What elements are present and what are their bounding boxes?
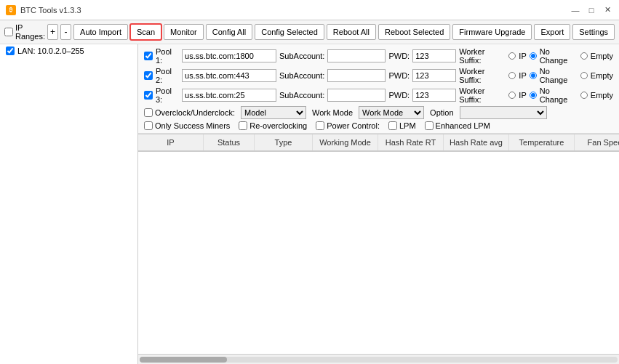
add-ip-range-button[interactable]: + — [47, 24, 58, 40]
lpm-label[interactable]: LPM — [388, 121, 416, 130]
table-body — [138, 152, 619, 354]
settings-button[interactable]: Settings — [572, 24, 615, 40]
model-select[interactable]: Model — [241, 106, 306, 119]
maximize-button[interactable]: □ — [586, 4, 597, 16]
pool3-pwd-input[interactable] — [412, 89, 456, 102]
only-success-miners-label[interactable]: Only Success Miners — [144, 121, 230, 130]
pool1-empty-label: Empty — [591, 52, 613, 60]
pool2-checkbox[interactable] — [144, 71, 153, 80]
pool1-pwd-input[interactable] — [412, 49, 456, 62]
pool3-ip-radio[interactable] — [508, 92, 516, 99]
config-all-button[interactable]: Config All — [206, 24, 252, 40]
pool3-worker-suffix-label: Worker Suffix: — [459, 86, 506, 104]
pool2-subaccount-label: SubAccount: — [279, 71, 324, 80]
pool3-ip-label: IP — [519, 91, 526, 100]
pool3-pwd-label: PWD: — [388, 91, 410, 100]
app-icon: ₿ — [6, 5, 16, 15]
ip-ranges-label: IP Ranges: — [15, 23, 45, 41]
right-panel: Pool 1: SubAccount: PWD: Worker Suffix: … — [138, 44, 619, 364]
options-row-1: Overclock/Underclock: Model Work Mode Wo… — [144, 106, 613, 119]
pool-row-2: Pool 2: SubAccount: PWD: Worker Suffix: … — [144, 67, 613, 84]
pool1-ip-label: IP — [519, 52, 526, 60]
overclock-checkbox[interactable] — [144, 108, 153, 117]
pool3-checkbox[interactable] — [144, 91, 153, 100]
pool2-ip-radio[interactable] — [508, 72, 516, 79]
pool3-subaccount-input[interactable] — [327, 89, 386, 102]
pool1-checkbox[interactable] — [144, 52, 153, 60]
options-row-2: Only Success Miners Re-overclocking Powe… — [144, 121, 613, 130]
enhanced-lpm-checkbox[interactable] — [425, 121, 434, 130]
auto-import-button[interactable]: Auto Import — [73, 24, 128, 40]
horizontal-scrollbar[interactable] — [138, 354, 619, 364]
col-header-ip: IP — [138, 134, 204, 150]
main-content: LAN: 10.0.2.0–255 Pool 1: SubAccount: PW… — [0, 44, 619, 364]
pool2-empty-radio[interactable] — [580, 72, 588, 79]
pool1-nochange-radio[interactable] — [530, 52, 537, 60]
lpm-checkbox[interactable] — [388, 121, 397, 130]
pool1-pwd-label: PWD: — [388, 52, 410, 60]
reboot-selected-button[interactable]: Reboot Selected — [378, 24, 450, 40]
re-overclocking-label[interactable]: Re-overclocking — [239, 121, 307, 130]
scrollbar-track[interactable] — [140, 357, 618, 363]
enhanced-lpm-label[interactable]: Enhanced LPM — [425, 121, 490, 130]
remove-ip-range-button[interactable]: - — [60, 24, 71, 40]
main-toolbar: IP Ranges: + - Auto Import Scan Monitor … — [0, 20, 619, 44]
lan-checkbox[interactable] — [6, 46, 15, 55]
pool2-worker-suffix-label: Worker Suffix: — [459, 67, 506, 84]
monitor-button[interactable]: Monitor — [164, 24, 204, 40]
pool1-url-input[interactable] — [182, 49, 276, 62]
pool2-nochange-radio[interactable] — [530, 72, 537, 79]
pool1-empty-radio[interactable] — [580, 52, 588, 60]
pool3-url-input[interactable] — [182, 89, 276, 102]
col-header-temp: Temperature — [509, 134, 575, 150]
pool2-url-input[interactable] — [182, 69, 276, 82]
pool1-worker-suffix-label: Worker Suffix: — [459, 47, 506, 65]
scan-button[interactable]: Scan — [130, 24, 161, 40]
work-mode-label: Work Mode — [312, 108, 353, 117]
option-label: Option — [430, 108, 453, 117]
overclock-label: Overclock/Underclock: — [155, 108, 235, 117]
pool2-pwd-input[interactable] — [412, 69, 456, 82]
close-button[interactable]: ✕ — [602, 4, 613, 16]
col-header-hashrt: Hash Rate RT — [378, 134, 444, 150]
table-header: IP Status Type Working Mode Hash Rate RT… — [138, 134, 619, 152]
pool-row-1: Pool 1: SubAccount: PWD: Worker Suffix: … — [144, 47, 613, 65]
pool2-pwd-label: PWD: — [388, 71, 410, 80]
only-success-miners-checkbox[interactable] — [144, 121, 153, 130]
pool3-label: Pool 3: — [156, 86, 179, 104]
power-control-checkbox[interactable] — [316, 121, 324, 130]
config-selected-button[interactable]: Config Selected — [255, 24, 324, 40]
option-select[interactable] — [460, 106, 547, 119]
ip-ranges-checkbox-label[interactable]: IP Ranges: — [4, 23, 45, 41]
config-section: Pool 1: SubAccount: PWD: Worker Suffix: … — [138, 44, 619, 134]
pool-row-3: Pool 3: SubAccount: PWD: Worker Suffix: … — [144, 86, 613, 104]
pool2-empty-label: Empty — [591, 71, 613, 80]
re-overclocking-checkbox[interactable] — [239, 121, 247, 130]
col-header-type: Type — [255, 134, 313, 150]
ip-ranges-checkbox[interactable] — [4, 28, 13, 36]
pool3-empty-radio[interactable] — [580, 92, 588, 99]
overclock-checkbox-label[interactable]: Overclock/Underclock: — [144, 108, 235, 117]
minimize-button[interactable]: — — [570, 4, 581, 16]
sidebar-lan-item[interactable]: LAN: 10.0.2.0–255 — [0, 44, 137, 57]
scrollbar-thumb[interactable] — [140, 357, 227, 363]
col-header-workmode: Working Mode — [313, 134, 378, 150]
power-control-label[interactable]: Power Control: — [316, 121, 380, 130]
pool1-subaccount-input[interactable] — [327, 49, 386, 62]
pool2-ip-label: IP — [519, 71, 526, 80]
work-mode-select[interactable]: Work Mode — [359, 106, 424, 119]
pool1-label: Pool 1: — [156, 47, 179, 65]
firmware-upgrade-button[interactable]: Firmware Upgrade — [452, 24, 532, 40]
lan-label: LAN: 10.0.2.0–255 — [17, 46, 84, 55]
title-bar: ₿ BTC Tools v1.3.3 — □ ✕ — [0, 0, 619, 20]
pool2-nochange-label: No Change — [540, 67, 578, 84]
pool2-label: Pool 2: — [156, 67, 179, 84]
pool1-ip-radio[interactable] — [508, 52, 516, 60]
reboot-all-button[interactable]: Reboot All — [327, 24, 376, 40]
pool2-subaccount-input[interactable] — [327, 69, 386, 82]
pool3-nochange-radio[interactable] — [530, 92, 537, 99]
export-button[interactable]: Export — [534, 24, 570, 40]
pool3-subaccount-label: SubAccount: — [279, 91, 324, 100]
pool3-nochange-label: No Change — [540, 86, 578, 104]
sidebar: LAN: 10.0.2.0–255 — [0, 44, 138, 364]
